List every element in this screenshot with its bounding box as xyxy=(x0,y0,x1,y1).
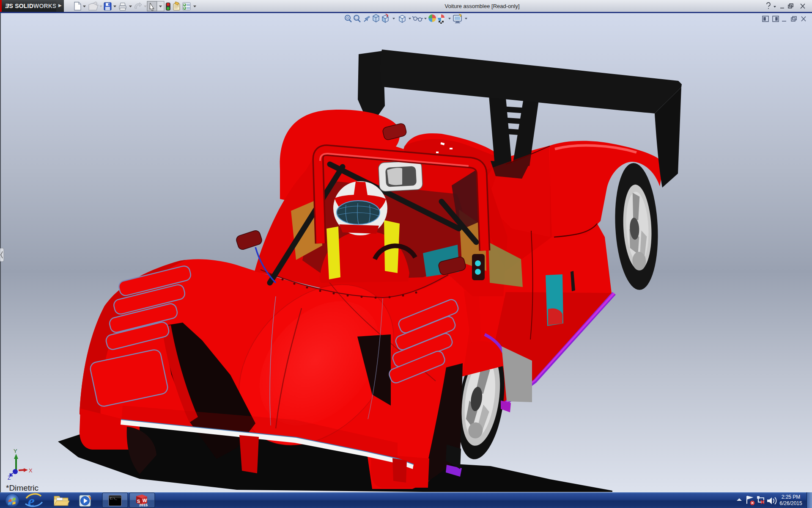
svg-text:2015: 2015 xyxy=(139,503,148,507)
svg-text:Y: Y xyxy=(14,448,17,454)
svg-text:X: X xyxy=(29,467,33,474)
svg-text:C:\_: C:\_ xyxy=(110,497,118,500)
svg-text:W: W xyxy=(143,498,147,503)
svg-text:*Dimetric: *Dimetric xyxy=(6,483,38,492)
svg-text:Z: Z xyxy=(8,475,11,481)
